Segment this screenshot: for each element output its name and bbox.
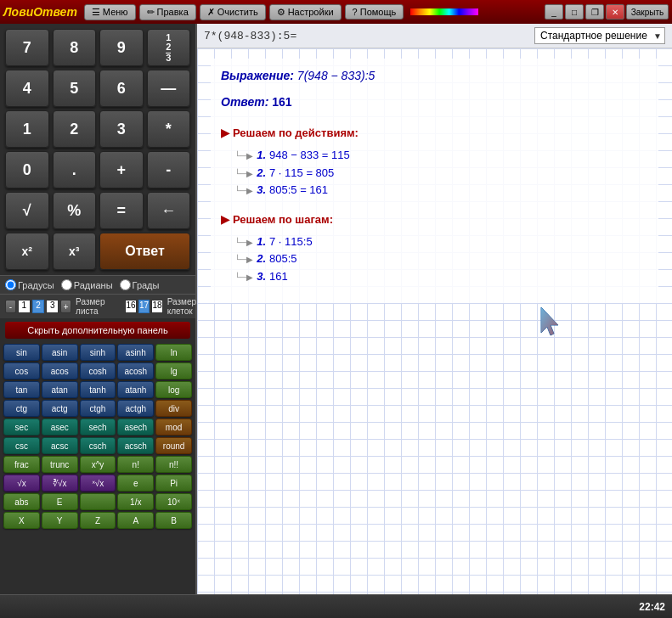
btn-acsc[interactable]: acsc (42, 437, 78, 454)
menu-button[interactable]: ☰ Меню (84, 4, 136, 20)
time-display: 22:42 (639, 601, 665, 613)
btn-neg[interactable]: — (147, 70, 191, 107)
btn-reciprocal[interactable]: 1/x (117, 493, 154, 510)
btn-4[interactable]: 4 (5, 70, 49, 107)
close-label-btn[interactable]: Закрыть (626, 4, 669, 20)
btn-equals[interactable]: = (99, 192, 144, 229)
btn-cos[interactable]: cos (3, 362, 40, 379)
btn-asec[interactable]: asec (42, 419, 78, 435)
hide-panel-button[interactable]: Скрыть дополнительную панель (5, 322, 190, 339)
btn-1[interactable]: 1 (5, 110, 49, 148)
btn-sqrt[interactable]: √ (5, 192, 49, 229)
btn-atanh[interactable]: atanh (117, 381, 154, 398)
btn-dot[interactable]: . (53, 151, 97, 188)
sheet-plus[interactable]: + (60, 300, 71, 313)
btn-acsch[interactable]: acsch (117, 437, 154, 454)
btn-E[interactable]: E (42, 493, 78, 510)
sheet-minus[interactable]: - (5, 300, 16, 313)
btn-e[interactable]: e (117, 475, 154, 492)
minimize-button[interactable]: _ (545, 4, 563, 20)
btn-acos[interactable]: acos (42, 362, 78, 379)
btn-Z[interactable]: Z (80, 512, 116, 529)
solution-type-select[interactable]: Стандартное решение (534, 27, 665, 44)
btn-csc[interactable]: csc (3, 437, 40, 454)
btn-actg[interactable]: actg (42, 400, 78, 417)
btn-A[interactable]: A (117, 512, 154, 529)
settings-button[interactable]: ⚙ Настройки (269, 4, 342, 20)
btn-3[interactable]: 3 (99, 110, 144, 148)
btn-10x[interactable]: 10ˣ (155, 493, 192, 510)
btn-tanh[interactable]: tanh (80, 381, 116, 398)
btn-7[interactable]: 7 (5, 29, 49, 66)
btn-mod[interactable]: mod (155, 419, 192, 435)
radio-grads[interactable]: Грады (120, 279, 160, 290)
btn-Y[interactable]: Y (42, 512, 78, 529)
maximize-button[interactable]: □ (565, 4, 584, 20)
btn-cbrtx[interactable]: ∛√x (42, 475, 78, 492)
btn-5[interactable]: 5 (53, 70, 97, 107)
btn-sinh[interactable]: sinh (80, 344, 116, 361)
btn-plus[interactable]: + (99, 151, 144, 188)
btn-ctgh[interactable]: ctgh (80, 400, 116, 417)
clear-button[interactable]: ✗ Очистить (200, 4, 266, 20)
btn-asin[interactable]: asin (42, 344, 78, 361)
btn-pi[interactable]: Pi (155, 475, 192, 492)
btn-log[interactable]: log (155, 381, 192, 398)
step-num: 2. (257, 250, 266, 268)
btn-6[interactable]: 6 (99, 70, 144, 107)
restore-button[interactable]: ❐ (585, 4, 604, 20)
btn-answer[interactable]: Ответ (99, 233, 190, 270)
btn-8[interactable]: 8 (53, 29, 97, 66)
btn-actgh[interactable]: actgh (117, 400, 154, 417)
btn-cosh[interactable]: cosh (80, 362, 116, 379)
close-button[interactable]: ✕ (606, 4, 624, 20)
btn-csch[interactable]: csch (80, 437, 116, 454)
btn-frac[interactable]: 123 (147, 29, 191, 66)
btn-X[interactable]: X (3, 512, 40, 529)
btn-asech[interactable]: asech (117, 419, 154, 435)
step-item: └─▶ 1. 7 · 115:5 (234, 233, 648, 251)
btn-lg[interactable]: lg (155, 362, 192, 379)
cell-size-17[interactable]: 17 (138, 300, 150, 313)
btn-percent[interactable]: % (53, 192, 97, 229)
cursor-icon (537, 303, 562, 342)
step-text: 805:5 = 161 (269, 182, 328, 199)
btn-tan[interactable]: tan (3, 381, 40, 398)
btn-abs[interactable]: abs (3, 493, 40, 510)
btn-factorial[interactable]: n! (117, 456, 154, 473)
btn-sech[interactable]: sech (80, 419, 116, 435)
radio-degrees[interactable]: Градусы (5, 279, 54, 290)
btn-sq[interactable]: x² (5, 233, 49, 270)
app-title: ЛовиОтвет (3, 5, 77, 19)
btn-ln[interactable]: ln (155, 344, 192, 361)
btn-B[interactable]: B (155, 512, 192, 529)
btn-nthrt[interactable]: ˣ√x (80, 475, 116, 492)
btn-0[interactable]: 0 (5, 151, 49, 188)
btn-multiply[interactable]: * (147, 110, 191, 148)
btn-dfactorial[interactable]: n!! (155, 456, 192, 473)
btn-frac2[interactable]: frac (3, 456, 40, 473)
expression-line: Выражение: 7(948 − 833):5 (221, 65, 648, 87)
btn-ctg[interactable]: ctg (3, 400, 40, 417)
btn-sqrtx[interactable]: √x (3, 475, 40, 492)
btn-backspace[interactable]: ← (147, 192, 191, 229)
btn-xpowy[interactable]: x^y (80, 456, 116, 473)
btn-9[interactable]: 9 (99, 29, 144, 66)
btn-2[interactable]: 2 (53, 110, 97, 148)
help-button[interactable]: ? Помощь (345, 4, 404, 20)
btn-asinh[interactable]: asinh (117, 344, 154, 361)
radio-radians[interactable]: Радианы (61, 279, 113, 290)
btn-sin[interactable]: sin (3, 344, 40, 361)
btn-div[interactable]: div (155, 400, 192, 417)
btn-trunc[interactable]: trunc (42, 456, 78, 473)
btn-sec[interactable]: sec (3, 419, 40, 435)
btn-acosh[interactable]: acosh (117, 362, 154, 379)
sheet-size-2[interactable]: 2 (32, 300, 45, 313)
cell-size-group: 16 17 18 Размер клеток (125, 297, 207, 316)
btn-atan[interactable]: atan (42, 381, 78, 398)
btn-round[interactable]: round (155, 437, 192, 454)
solution-select-wrapper[interactable]: Стандартное решение ▼ (534, 27, 665, 44)
edit-button[interactable]: ✏ Правка (139, 4, 196, 20)
btn-minus[interactable]: - (147, 151, 191, 188)
btn-cube[interactable]: x³ (53, 233, 97, 270)
